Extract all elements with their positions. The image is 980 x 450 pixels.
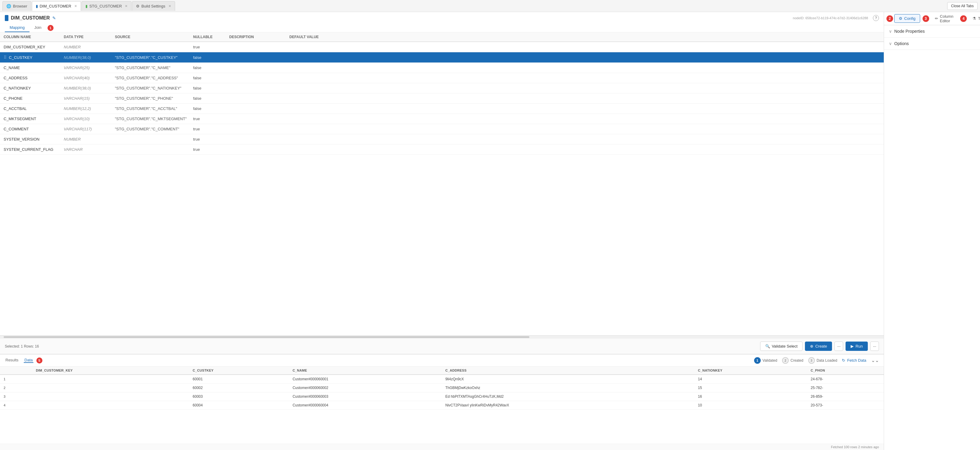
node-tabs: Mapping Join 1 (5, 24, 879, 32)
mapping-row-type: NUMBER (60, 134, 111, 144)
col-header-type: Data Type (60, 35, 111, 39)
mapping-table-row[interactable]: C_NATIONKEY NUMBER(38,0) "STG_CUSTOMER".… (0, 83, 884, 93)
row-num: 2 (0, 383, 32, 392)
run-button[interactable]: ▶ Run (846, 342, 868, 351)
browser-icon: 🌐 (6, 4, 11, 8)
node-header: DIM_CUSTOMER ✎ nodeID: 658cee72-b119-474… (0, 12, 884, 32)
mapping-table-row[interactable]: C_ADDRESS VARCHAR(40) "STG_CUSTOMER"."C_… (0, 73, 884, 83)
col-header-default: Default Value (286, 35, 884, 39)
cell-c-custkey: 60004 (189, 401, 289, 410)
tab-mapping[interactable]: Mapping (5, 24, 29, 32)
data-table-row[interactable]: 2 60002 Customer#000060002 ThGBMjDwKzkoO… (0, 383, 884, 392)
run-more-button[interactable]: ··· (870, 342, 879, 351)
tab-config[interactable]: ⚙ Config (894, 14, 920, 23)
data-table-row[interactable]: 3 60003 Customer#000060003 Ed hbPtTXMTAs… (0, 392, 884, 401)
fetch-data-button[interactable]: ↻ Fetch Data (842, 358, 866, 363)
tab-results[interactable]: Results (5, 355, 19, 366)
mapping-row-default (286, 75, 884, 81)
cell-c-name: Customer#000060003 (289, 392, 442, 401)
col-header-description: Description (226, 35, 286, 39)
mapping-row-source (111, 44, 189, 50)
tab-data[interactable]: Data (24, 358, 33, 363)
tab-dim-customer-close[interactable]: ✕ (74, 4, 77, 8)
tab-column-editor[interactable]: ✏ Column Editor (931, 12, 958, 25)
mapping-row-type: VARCHAR(25) (60, 63, 111, 73)
cell-dim-key (32, 392, 189, 401)
tab-stg-customer[interactable]: ▮ STG_CUSTOMER ✕ (81, 1, 132, 11)
mapping-table-row[interactable]: SYSTEM_CURRENT_FLAG VARCHAR true (0, 144, 884, 155)
cell-c-nationkey: 16 (694, 392, 807, 401)
main-layout: DIM_CUSTOMER ✎ nodeID: 658cee72-b119-474… (0, 12, 980, 450)
mapping-row-default (286, 127, 884, 132)
chevron-down-icon-2: ∨ (889, 41, 892, 46)
step-data-loaded-label: Data Loaded (817, 358, 837, 363)
mapping-row-nullable: false (189, 104, 226, 114)
mapping-row-description (226, 55, 286, 60)
mapping-row-nullable: true (189, 42, 226, 52)
validate-select-button[interactable]: 🔍 Validate Select (760, 342, 803, 351)
mapping-row-type: VARCHAR(15) (60, 93, 111, 103)
footer-buttons: 🔍 Validate Select ⊕ Create ··· ▶ Run ··· (760, 342, 879, 351)
mapping-row-description (226, 65, 286, 71)
cell-c-address: ThGBMjDwKzkoOxhz (442, 383, 695, 392)
cell-c-address: NivCT2PVaavI yIinKwRiDvMyR42WavX (442, 401, 695, 410)
data-table-row[interactable]: 1 60001 Customer#000060001 9li4zQn9cX 14… (0, 375, 884, 383)
mapping-row-source: "STG_CUSTOMER"."C_MKTSEGMENT" (111, 114, 189, 124)
node-id-text: nodeID: 658cee72-b119-474c-b7d2-31406d1c… (793, 16, 868, 20)
mapping-row-description (226, 116, 286, 122)
step-data-loaded-circle: 3 (808, 357, 815, 364)
mapping-row-name: SYSTEM_VERSION (0, 134, 60, 144)
tab-browser[interactable]: 🌐 Browser (2, 1, 31, 11)
mapping-row-name: C_NATIONKEY (0, 83, 60, 93)
fetch-status-text: Fetched 100 rows 2 minutes ago (831, 445, 879, 449)
node-title-edit-icon[interactable]: ✎ (52, 16, 56, 21)
col-header-nullable: Nullable (189, 35, 226, 39)
config-icon: ⚙ (899, 16, 902, 21)
data-badge: 5 (37, 358, 42, 363)
mapping-table-row[interactable]: C_MKTSEGMENT VARCHAR(10) "STG_CUSTOMER".… (0, 114, 884, 124)
create-more-button[interactable]: ··· (834, 342, 843, 351)
data-table-row[interactable]: 4 60004 Customer#000060004 NivCT2PVaavI … (0, 401, 884, 410)
col-header-rownum (0, 366, 32, 375)
section-node-properties[interactable]: ∨ Node Properties (884, 25, 980, 38)
tab-testing[interactable]: ⚗ Testing (968, 14, 980, 23)
mapping-table-row[interactable]: ⠿ C_CUSTKEY NUMBER(38,0) "STG_CUSTOMER".… (0, 52, 884, 63)
bottom-tabs: Results Data 5 1 Validated 2 Created 3 (0, 355, 884, 366)
horizontal-scrollbar[interactable] (0, 335, 884, 338)
selection-stats: Selected: 1 Rows: 16 (5, 344, 39, 349)
section-options[interactable]: ∨ Options (884, 38, 980, 50)
table-icon-dim: ▮ (36, 4, 38, 8)
h-scrollbar-thumb[interactable] (3, 336, 530, 338)
testing-tab-badge: 4 (960, 15, 967, 22)
col-header-c-nationkey: C_NATIONKEY (694, 366, 807, 375)
tab-build-settings-close[interactable]: ✕ (169, 4, 171, 8)
mapping-table-row[interactable]: C_NAME VARCHAR(25) "STG_CUSTOMER"."C_NAM… (0, 63, 884, 73)
mapping-row-type: VARCHAR (60, 144, 111, 154)
mapping-table-row[interactable]: C_COMMENT VARCHAR(117) "STG_CUSTOMER"."C… (0, 124, 884, 134)
drag-handle-icon[interactable]: ⠿ (3, 55, 6, 60)
tab-bar: 🌐 Browser ▮ DIM_CUSTOMER ✕ ▮ STG_CUSTOME… (0, 0, 980, 12)
create-button[interactable]: ⊕ Create (805, 342, 832, 351)
tab-stg-customer-close[interactable]: ✕ (125, 4, 127, 8)
col-header-c-custkey: C_CUSTKEY (189, 366, 289, 375)
tab-dim-customer[interactable]: ▮ DIM_CUSTOMER ✕ (32, 1, 81, 11)
mapping-row-name: C_NAME (0, 63, 60, 73)
mapping-table-row[interactable]: SYSTEM_VERSION NUMBER true (0, 134, 884, 144)
mapping-row-type: NUMBER(38,0) (60, 83, 111, 93)
mapping-row-nullable: false (189, 83, 226, 93)
col-header-dim-key: DIM_CUSTOMER_KEY (32, 366, 189, 375)
mapping-table-row[interactable]: DIM_CUSTOMER_KEY NUMBER true (0, 42, 884, 52)
mapping-table-row[interactable]: C_PHONE VARCHAR(15) "STG_CUSTOMER"."C_PH… (0, 93, 884, 104)
row-num: 4 (0, 401, 32, 410)
column-editor-tab-badge: 3 (923, 15, 929, 22)
step-created-label: Created (791, 358, 803, 363)
mapping-table-row[interactable]: C_ACCTBAL NUMBER(12,2) "STG_CUSTOMER"."C… (0, 104, 884, 114)
mapping-row-type: NUMBER(12,2) (60, 104, 111, 114)
close-all-tabs-button[interactable]: Close All Tabs (947, 2, 978, 10)
tab-build-settings[interactable]: ⚙ Build Settings ✕ (132, 1, 175, 11)
help-icon[interactable]: ? (873, 15, 879, 21)
cell-c-nationkey: 10 (694, 401, 807, 410)
expand-panel-button[interactable]: ⌄⌄ (871, 358, 879, 363)
tab-join[interactable]: Join (29, 24, 46, 32)
mapping-row-name: C_PHONE (0, 93, 60, 103)
